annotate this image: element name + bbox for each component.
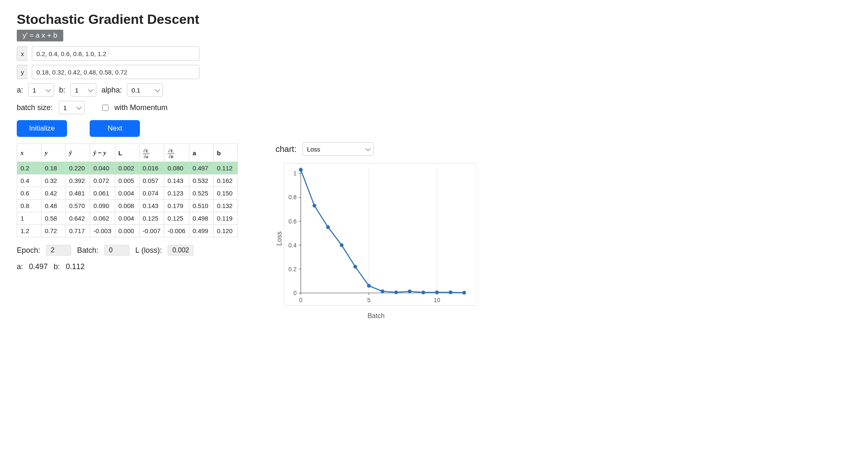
table-row: 0.60.420.4810.0610.0040.0740.1230.5250.1… [17,187,238,200]
table-cell: 0.119 [213,212,238,225]
table-cell: 0.143 [164,175,189,187]
svg-point-29 [367,284,371,288]
equation-badge: y' = a x + b [17,30,63,41]
table-cell: 0.062 [90,212,115,225]
y-input[interactable] [32,65,199,79]
momentum-checkbox[interactable] [102,105,108,111]
table-cell: 0.525 [189,187,213,200]
b-select[interactable]: 1 [70,83,96,97]
table-row: 10.580.6420.0620.0040.1250.1250.4980.119 [17,212,238,225]
loss-chart: Loss 00.20.40.60.810510 Batch [276,159,477,318]
table-cell: 1 [17,212,41,225]
chart-select[interactable]: Loss [302,142,374,156]
table-cell: 0.392 [66,175,90,187]
table-cell: 0.2 [17,162,41,175]
table-cell: 0.642 [66,212,90,225]
initialize-button[interactable]: Initialize [17,120,67,137]
svg-point-24 [299,168,302,172]
svg-point-36 [462,291,466,295]
svg-point-26 [326,225,330,229]
svg-point-27 [340,243,344,247]
a-param-label: a: [17,86,23,95]
table-cell: 0.002 [115,162,139,175]
table-cell: 0.004 [115,187,139,200]
table-cell: 0.717 [66,225,90,237]
loss-value: 0.002 [168,245,194,256]
alpha-select[interactable]: 0.1 [127,83,163,97]
table-cell: 0.162 [213,175,238,187]
table-cell: 1.2 [17,225,41,237]
table-cell: -0.007 [139,225,164,237]
table-header: ŷ − y [90,144,115,162]
table-header: ∂L∂a [139,144,164,162]
table-cell: 0.6 [17,187,41,200]
table-cell: 0.220 [66,162,90,175]
table-cell: 0.4 [17,175,41,187]
table-row: 0.40.320.3920.0720.0050.0570.1430.5320.1… [17,175,238,187]
svg-text:1: 1 [293,170,297,177]
table-cell: 0.18 [41,162,66,175]
table-header: ∂L∂b [164,144,189,162]
b-result-value: 0.112 [66,262,85,271]
table-cell: 0.8 [17,200,41,212]
a-result-value: 0.497 [29,262,48,271]
table-header: ŷ [66,144,90,162]
table-header: a [189,144,213,162]
x-input[interactable] [32,46,199,61]
table-row: 0.20.180.2200.0400.0020.0160.0800.4970.1… [17,162,238,175]
svg-text:10: 10 [434,297,440,303]
table-cell: 0.000 [115,225,139,237]
table-cell: 0.057 [139,175,164,187]
batch-size-label: batch size: [17,103,53,112]
svg-point-30 [380,290,384,293]
table-cell: 0.123 [164,187,189,200]
table-cell: 0.72 [41,225,66,237]
table-cell: 0.570 [66,200,90,212]
loss-label: L (loss): [135,246,162,255]
svg-point-35 [449,290,452,294]
svg-text:0.4: 0.4 [288,242,297,249]
svg-point-33 [421,290,425,294]
b-param-label: b: [59,86,65,95]
table-cell: 0.58 [41,212,66,225]
table-cell: 0.074 [139,187,164,200]
batch-size-select[interactable]: 1 [59,101,85,114]
table-header: L [115,144,139,162]
table-cell: 0.112 [213,162,238,175]
table-cell: 0.32 [41,175,66,187]
chart-ylabel: Loss [276,231,283,246]
table-cell: 0.42 [41,187,66,200]
chart-xlabel: Batch [276,312,477,320]
x-input-label: x [17,46,28,61]
table-cell: 0.499 [189,225,213,237]
y-input-label: y [17,65,28,79]
table-cell: 0.150 [213,187,238,200]
table-cell: 0.497 [189,162,213,175]
momentum-label: with Momentum [114,103,168,112]
svg-point-28 [353,265,357,269]
table-cell: -0.006 [164,225,189,237]
table-header: y [41,144,66,162]
b-result-label: b: [54,262,60,271]
table-header: b [213,144,238,162]
results-table: xyŷŷ − yL∂L∂a∂L∂bab 0.20.180.2200.0400.0… [17,144,238,237]
table-cell: -0.003 [90,225,115,237]
table-cell: 0.481 [66,187,90,200]
table-row: 0.80.480.5700.0900.0080.1430.1790.5100.1… [17,200,238,212]
table-cell: 0.48 [41,200,66,212]
batch-label: Batch: [77,246,98,255]
table-cell: 0.143 [139,200,164,212]
a-select[interactable]: 1 [28,83,54,97]
table-cell: 0.061 [90,187,115,200]
page-title: Stochastic Gradient Descent [17,12,238,27]
table-cell: 0.132 [213,200,238,212]
batch-value: 0 [104,245,129,256]
a-result-label: a: [17,262,23,271]
table-cell: 0.510 [189,200,213,212]
next-button[interactable]: Next [90,120,140,137]
table-cell: 0.120 [213,225,238,237]
table-cell: 0.125 [164,212,189,225]
table-cell: 0.005 [115,175,139,187]
table-cell: 0.008 [115,200,139,212]
epoch-label: Epoch: [17,246,40,255]
